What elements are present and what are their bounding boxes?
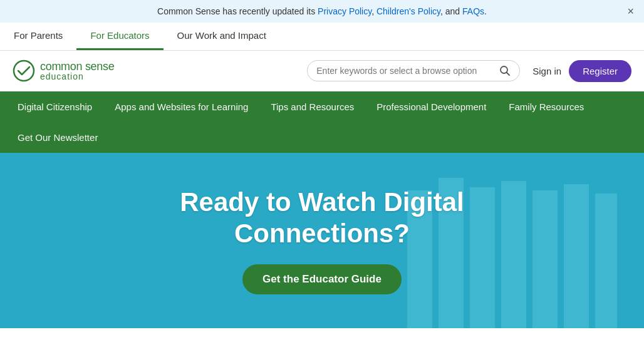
auth-buttons: Sign in Register <box>532 60 631 82</box>
faqs-link[interactable]: FAQs <box>462 6 484 16</box>
register-button[interactable]: Register <box>569 60 631 82</box>
site-header: common sense education Sign in Register <box>0 51 644 91</box>
logo-brand: common sense <box>40 61 114 72</box>
nav-tips-and-resources[interactable]: Tips and Resources <box>259 91 365 122</box>
announcement-banner: Common Sense has recently updated its Pr… <box>0 0 644 23</box>
hero-cta-button[interactable]: Get the Educator Guide <box>242 264 402 294</box>
banner-text: Common Sense has recently updated its Pr… <box>157 6 487 16</box>
hero-section: Ready to Watch DigitalConnections? Get t… <box>0 153 644 328</box>
tab-for-educators[interactable]: For Educators <box>76 23 163 50</box>
nav-professional-development[interactable]: Professional Development <box>365 91 497 122</box>
nav-newsletter[interactable]: Get Our Newsletter <box>6 122 109 153</box>
nav-family-resources[interactable]: Family Resources <box>497 91 595 122</box>
top-navigation: For Parents For Educators Our Work and I… <box>0 23 644 51</box>
svg-line-2 <box>507 73 510 76</box>
nav-digital-citizenship[interactable]: Digital Citizenship <box>6 91 103 122</box>
nav-apps-and-websites[interactable]: Apps and Websites for Learning <box>103 91 259 122</box>
sign-in-button[interactable]: Sign in <box>532 66 561 76</box>
main-navigation: Digital Citizenship Apps and Websites fo… <box>0 91 644 153</box>
tab-our-work-and-impact[interactable]: Our Work and Impact <box>164 23 280 50</box>
logo-product: education <box>40 72 114 81</box>
logo-text: common sense education <box>40 61 114 81</box>
logo[interactable]: common sense education <box>13 59 114 82</box>
childrens-policy-link[interactable]: Children's Policy <box>377 6 440 16</box>
privacy-policy-link[interactable]: Privacy Policy <box>318 6 371 16</box>
search-button[interactable] <box>499 65 511 76</box>
search-input[interactable] <box>316 66 499 76</box>
hero-title: Ready to Watch DigitalConnections? <box>180 187 464 250</box>
logo-icon <box>13 59 35 82</box>
search-icon <box>499 65 511 76</box>
svg-point-0 <box>14 61 34 81</box>
hero-content: Ready to Watch DigitalConnections? Get t… <box>180 187 464 295</box>
banner-close-button[interactable]: × <box>627 6 634 17</box>
search-bar <box>307 60 520 81</box>
tab-for-parents[interactable]: For Parents <box>0 23 76 50</box>
